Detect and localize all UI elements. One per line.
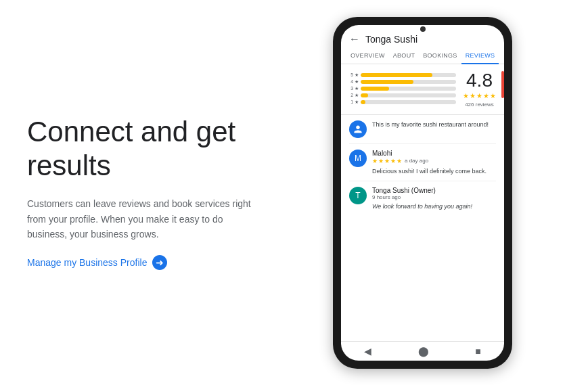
- bar-track-1: [361, 100, 456, 104]
- screen-title: Tonga Sushi: [365, 34, 417, 45]
- scroll-indicator: [501, 71, 504, 98]
- bar-fill-2: [361, 93, 368, 97]
- page-wrapper: Connect and get results Customers can le…: [0, 0, 588, 385]
- tab-reviews[interactable]: REVIEWS: [461, 48, 499, 64]
- bar-track-5: [361, 73, 456, 77]
- bar-fill-3: [361, 87, 389, 91]
- star-2: ★: [470, 92, 476, 99]
- manage-link[interactable]: Manage my Business Profile ➜: [27, 255, 264, 270]
- rstar-3: ★: [384, 158, 390, 164]
- review-body-1: This is my favorite sushi restaurant aro…: [372, 120, 496, 129]
- bar-label-1: 1 ★: [349, 99, 359, 105]
- bar-row-3: 3 ★: [349, 86, 456, 91]
- avatar-2: M: [349, 150, 367, 167]
- bar-row-5: 5 ★: [349, 72, 456, 78]
- bar-row-1: 1 ★: [349, 99, 456, 105]
- home-nav-btn[interactable]: ⬤: [418, 346, 429, 357]
- bar-track-4: [361, 80, 456, 84]
- reviews-section: 5 ★ 4 ★ 3 ★: [341, 64, 504, 115]
- arrow-icon: ➜: [152, 255, 167, 270]
- review-text-2: Delicious sushi! I will definitely come …: [372, 167, 496, 176]
- back-nav-btn[interactable]: ◀: [364, 346, 371, 357]
- bar-track-2: [361, 93, 456, 97]
- phone-bottom-nav: ◀ ⬤ ■: [341, 341, 504, 361]
- left-content: Connect and get results Customers can le…: [27, 115, 284, 271]
- back-arrow-icon[interactable]: ←: [349, 33, 360, 45]
- review-time-3: 9 hours ago: [372, 194, 496, 200]
- bar-fill-5: [361, 73, 432, 77]
- headline-line1: Connect and get: [27, 116, 235, 148]
- rating-bars: 5 ★ 4 ★ 3 ★: [349, 72, 456, 106]
- bar-track-3: [361, 87, 456, 91]
- rating-number: 4.8: [463, 71, 496, 90]
- review-text-1: This is my favorite sushi restaurant aro…: [372, 120, 496, 129]
- reviewer-name-2: Malohi: [372, 150, 496, 157]
- review-body-3: Tonga Sushi (Owner) 9 hours ago We look …: [372, 187, 496, 211]
- bar-label-5: 5 ★: [349, 72, 359, 78]
- review-count: 426 reviews: [463, 101, 496, 108]
- phone-notch: [420, 26, 426, 32]
- bar-label-2: 2 ★: [349, 93, 359, 98]
- headline-line2: results: [27, 150, 111, 181]
- rstar-5: ★: [397, 158, 402, 164]
- reviewer-name-3: Tonga Sushi (Owner): [372, 187, 496, 194]
- bar-row-2: 2 ★: [349, 93, 456, 98]
- square-nav-btn[interactable]: ■: [475, 346, 480, 357]
- rstar-1: ★: [372, 158, 378, 164]
- headline: Connect and get results: [27, 115, 264, 183]
- description: Customers can leave reviews and book ser…: [27, 196, 264, 242]
- review-stars-2: ★ ★ ★ ★ ★: [372, 158, 402, 164]
- manage-link-label: Manage my Business Profile: [27, 257, 147, 268]
- star-3: ★: [476, 92, 482, 99]
- review-text-3: We look forward to having you again!: [372, 202, 496, 211]
- star-1: ★: [463, 92, 469, 99]
- phone-screen: ← Tonga Sushi OVERVIEW ABOUT BOOKINGS RE…: [341, 25, 504, 361]
- bar-fill-4: [361, 80, 413, 84]
- nav-tabs: OVERVIEW ABOUT BOOKINGS REVIEWS: [341, 48, 504, 64]
- review-item-2: M Malohi ★ ★ ★ ★ ★: [349, 144, 496, 182]
- phone: ← Tonga Sushi OVERVIEW ABOUT BOOKINGS RE…: [333, 17, 512, 369]
- avatar-3: T: [349, 187, 367, 204]
- bar-label-4: 4 ★: [349, 79, 359, 85]
- bar-row-4: 4 ★: [349, 79, 456, 85]
- bar-label-3: 3 ★: [349, 86, 359, 91]
- tab-overview[interactable]: OVERVIEW: [346, 48, 389, 64]
- review-item-3: T Tonga Sushi (Owner) 9 hours ago We loo…: [349, 181, 496, 217]
- review-header-2: M Malohi ★ ★ ★ ★ ★: [349, 150, 496, 176]
- avatar-1: [349, 120, 367, 138]
- tab-bookings[interactable]: BOOKINGS: [419, 48, 461, 64]
- phone-container: ← Tonga Sushi OVERVIEW ABOUT BOOKINGS RE…: [284, 17, 561, 369]
- rstar-4: ★: [390, 158, 396, 164]
- review-header-1: This is my favorite sushi restaurant aro…: [349, 120, 496, 138]
- review-body-2: Malohi ★ ★ ★ ★ ★ a day ago: [372, 150, 496, 176]
- star-5: ★: [490, 92, 496, 99]
- review-item-1: This is my favorite sushi restaurant aro…: [349, 115, 496, 144]
- review-time-2: a day ago: [405, 158, 428, 164]
- review-header-3: T Tonga Sushi (Owner) 9 hours ago We loo…: [349, 187, 496, 211]
- rstar-2: ★: [378, 158, 384, 164]
- star-4: ★: [483, 92, 489, 99]
- rating-summary: 4.8 ★ ★ ★ ★ ★ 426 reviews: [463, 71, 496, 108]
- tab-about[interactable]: ABOUT: [389, 48, 420, 64]
- stars-row: ★ ★ ★ ★ ★: [463, 92, 496, 99]
- bar-fill-1: [361, 100, 365, 104]
- reviews-list: This is my favorite sushi restaurant aro…: [341, 115, 504, 341]
